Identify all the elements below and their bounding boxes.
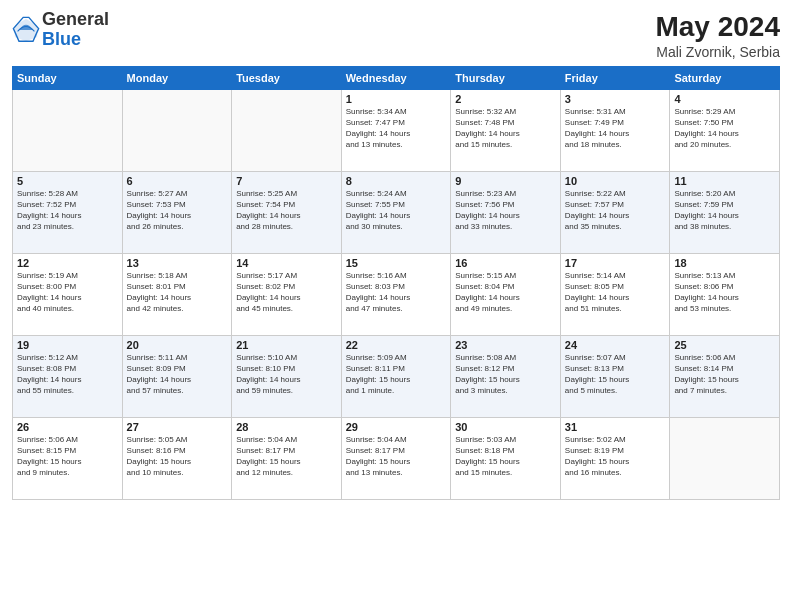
day-number: 5 [17, 175, 118, 187]
table-row: 29Sunrise: 5:04 AM Sunset: 8:17 PM Dayli… [341, 417, 451, 499]
table-row: 25Sunrise: 5:06 AM Sunset: 8:14 PM Dayli… [670, 335, 780, 417]
location: Mali Zvornik, Serbia [655, 44, 780, 60]
table-row: 2Sunrise: 5:32 AM Sunset: 7:48 PM Daylig… [451, 89, 561, 171]
day-number: 18 [674, 257, 775, 269]
day-number: 24 [565, 339, 666, 351]
day-info: Sunrise: 5:12 AM Sunset: 8:08 PM Dayligh… [17, 352, 118, 397]
calendar-week-row: 5Sunrise: 5:28 AM Sunset: 7:52 PM Daylig… [13, 171, 780, 253]
day-number: 21 [236, 339, 337, 351]
day-info: Sunrise: 5:27 AM Sunset: 7:53 PM Dayligh… [127, 188, 228, 233]
day-number: 10 [565, 175, 666, 187]
table-row: 7Sunrise: 5:25 AM Sunset: 7:54 PM Daylig… [232, 171, 342, 253]
calendar-week-row: 12Sunrise: 5:19 AM Sunset: 8:00 PM Dayli… [13, 253, 780, 335]
day-number: 20 [127, 339, 228, 351]
day-info: Sunrise: 5:08 AM Sunset: 8:12 PM Dayligh… [455, 352, 556, 397]
logo-general: General [42, 9, 109, 29]
table-row [13, 89, 123, 171]
day-info: Sunrise: 5:09 AM Sunset: 8:11 PM Dayligh… [346, 352, 447, 397]
table-row: 27Sunrise: 5:05 AM Sunset: 8:16 PM Dayli… [122, 417, 232, 499]
day-info: Sunrise: 5:04 AM Sunset: 8:17 PM Dayligh… [346, 434, 447, 479]
day-info: Sunrise: 5:15 AM Sunset: 8:04 PM Dayligh… [455, 270, 556, 315]
day-info: Sunrise: 5:13 AM Sunset: 8:06 PM Dayligh… [674, 270, 775, 315]
table-row [670, 417, 780, 499]
calendar-header-row: Sunday Monday Tuesday Wednesday Thursday… [13, 66, 780, 89]
table-row: 23Sunrise: 5:08 AM Sunset: 8:12 PM Dayli… [451, 335, 561, 417]
table-row: 1Sunrise: 5:34 AM Sunset: 7:47 PM Daylig… [341, 89, 451, 171]
calendar: Sunday Monday Tuesday Wednesday Thursday… [12, 66, 780, 500]
month-year: May 2024 [655, 10, 780, 44]
day-number: 4 [674, 93, 775, 105]
day-info: Sunrise: 5:31 AM Sunset: 7:49 PM Dayligh… [565, 106, 666, 151]
day-info: Sunrise: 5:11 AM Sunset: 8:09 PM Dayligh… [127, 352, 228, 397]
day-number: 26 [17, 421, 118, 433]
day-info: Sunrise: 5:05 AM Sunset: 8:16 PM Dayligh… [127, 434, 228, 479]
logo: General Blue [12, 10, 109, 50]
day-number: 6 [127, 175, 228, 187]
table-row: 17Sunrise: 5:14 AM Sunset: 8:05 PM Dayli… [560, 253, 670, 335]
day-number: 22 [346, 339, 447, 351]
col-tuesday: Tuesday [232, 66, 342, 89]
day-number: 25 [674, 339, 775, 351]
day-number: 16 [455, 257, 556, 269]
day-number: 23 [455, 339, 556, 351]
day-info: Sunrise: 5:07 AM Sunset: 8:13 PM Dayligh… [565, 352, 666, 397]
calendar-week-row: 19Sunrise: 5:12 AM Sunset: 8:08 PM Dayli… [13, 335, 780, 417]
col-monday: Monday [122, 66, 232, 89]
day-number: 7 [236, 175, 337, 187]
table-row: 11Sunrise: 5:20 AM Sunset: 7:59 PM Dayli… [670, 171, 780, 253]
table-row: 28Sunrise: 5:04 AM Sunset: 8:17 PM Dayli… [232, 417, 342, 499]
table-row: 10Sunrise: 5:22 AM Sunset: 7:57 PM Dayli… [560, 171, 670, 253]
day-number: 29 [346, 421, 447, 433]
logo-icon [12, 16, 40, 44]
table-row: 26Sunrise: 5:06 AM Sunset: 8:15 PM Dayli… [13, 417, 123, 499]
col-wednesday: Wednesday [341, 66, 451, 89]
col-friday: Friday [560, 66, 670, 89]
day-info: Sunrise: 5:14 AM Sunset: 8:05 PM Dayligh… [565, 270, 666, 315]
day-info: Sunrise: 5:06 AM Sunset: 8:15 PM Dayligh… [17, 434, 118, 479]
day-info: Sunrise: 5:18 AM Sunset: 8:01 PM Dayligh… [127, 270, 228, 315]
table-row: 18Sunrise: 5:13 AM Sunset: 8:06 PM Dayli… [670, 253, 780, 335]
table-row: 13Sunrise: 5:18 AM Sunset: 8:01 PM Dayli… [122, 253, 232, 335]
day-info: Sunrise: 5:25 AM Sunset: 7:54 PM Dayligh… [236, 188, 337, 233]
table-row: 9Sunrise: 5:23 AM Sunset: 7:56 PM Daylig… [451, 171, 561, 253]
table-row: 5Sunrise: 5:28 AM Sunset: 7:52 PM Daylig… [13, 171, 123, 253]
day-info: Sunrise: 5:19 AM Sunset: 8:00 PM Dayligh… [17, 270, 118, 315]
col-thursday: Thursday [451, 66, 561, 89]
day-number: 1 [346, 93, 447, 105]
title-block: May 2024 Mali Zvornik, Serbia [655, 10, 780, 60]
day-number: 2 [455, 93, 556, 105]
day-number: 31 [565, 421, 666, 433]
day-number: 19 [17, 339, 118, 351]
calendar-week-row: 1Sunrise: 5:34 AM Sunset: 7:47 PM Daylig… [13, 89, 780, 171]
day-info: Sunrise: 5:24 AM Sunset: 7:55 PM Dayligh… [346, 188, 447, 233]
table-row [122, 89, 232, 171]
day-number: 12 [17, 257, 118, 269]
day-info: Sunrise: 5:10 AM Sunset: 8:10 PM Dayligh… [236, 352, 337, 397]
table-row: 19Sunrise: 5:12 AM Sunset: 8:08 PM Dayli… [13, 335, 123, 417]
header: General Blue May 2024 Mali Zvornik, Serb… [12, 10, 780, 60]
table-row: 12Sunrise: 5:19 AM Sunset: 8:00 PM Dayli… [13, 253, 123, 335]
col-saturday: Saturday [670, 66, 780, 89]
table-row: 24Sunrise: 5:07 AM Sunset: 8:13 PM Dayli… [560, 335, 670, 417]
table-row: 8Sunrise: 5:24 AM Sunset: 7:55 PM Daylig… [341, 171, 451, 253]
table-row: 22Sunrise: 5:09 AM Sunset: 8:11 PM Dayli… [341, 335, 451, 417]
day-number: 14 [236, 257, 337, 269]
day-info: Sunrise: 5:34 AM Sunset: 7:47 PM Dayligh… [346, 106, 447, 151]
day-number: 15 [346, 257, 447, 269]
table-row: 14Sunrise: 5:17 AM Sunset: 8:02 PM Dayli… [232, 253, 342, 335]
day-number: 28 [236, 421, 337, 433]
table-row: 20Sunrise: 5:11 AM Sunset: 8:09 PM Dayli… [122, 335, 232, 417]
day-info: Sunrise: 5:03 AM Sunset: 8:18 PM Dayligh… [455, 434, 556, 479]
day-number: 17 [565, 257, 666, 269]
day-number: 13 [127, 257, 228, 269]
day-number: 11 [674, 175, 775, 187]
page: General Blue May 2024 Mali Zvornik, Serb… [0, 0, 792, 612]
day-number: 30 [455, 421, 556, 433]
day-info: Sunrise: 5:06 AM Sunset: 8:14 PM Dayligh… [674, 352, 775, 397]
logo-text: General Blue [42, 10, 109, 50]
table-row: 31Sunrise: 5:02 AM Sunset: 8:19 PM Dayli… [560, 417, 670, 499]
day-number: 9 [455, 175, 556, 187]
day-number: 3 [565, 93, 666, 105]
table-row: 21Sunrise: 5:10 AM Sunset: 8:10 PM Dayli… [232, 335, 342, 417]
day-info: Sunrise: 5:04 AM Sunset: 8:17 PM Dayligh… [236, 434, 337, 479]
